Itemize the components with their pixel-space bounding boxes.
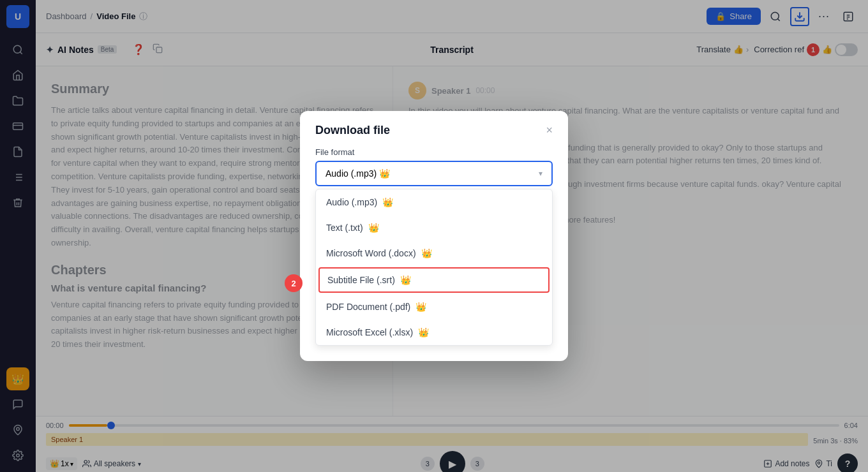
option-text-txt[interactable]: Text (.txt) 👑	[316, 215, 552, 240]
option-text-label: Text (.txt)	[326, 223, 363, 233]
chevron-down-select-icon: ▾	[539, 169, 542, 178]
option-word-docx[interactable]: Microsoft Word (.docx) 👑	[316, 240, 552, 266]
step-2-badge: 2	[285, 274, 303, 292]
option-pdf-label: PDF Document (.pdf)	[326, 302, 410, 312]
modal-close-button[interactable]: ×	[546, 124, 553, 137]
crown-audio-icon: 👑	[382, 197, 393, 207]
option-subtitle-srt[interactable]: Subtitle File (.srt) 👑	[318, 267, 550, 293]
modal-header: Download file ×	[300, 111, 568, 147]
option-word-label: Microsoft Word (.docx)	[326, 248, 416, 258]
download-modal: Download file × File format Audio (.mp3)…	[300, 111, 568, 361]
option-audio-mp3[interactable]: Audio (.mp3) 👑	[316, 189, 552, 215]
option-subtitle-label: Subtitle File (.srt)	[327, 275, 395, 285]
option-excel-xlsx[interactable]: Microsoft Excel (.xlsx) 👑	[316, 320, 552, 345]
crown-excel-icon: 👑	[418, 327, 429, 337]
crown-pdf-icon: 👑	[415, 302, 426, 312]
option-audio-label: Audio (.mp3)	[326, 197, 377, 207]
file-format-select[interactable]: Audio (.mp3) 👑 ▾	[315, 161, 553, 186]
option-excel-label: Microsoft Excel (.xlsx)	[326, 327, 413, 337]
modal-body: File format Audio (.mp3) 👑 ▾ Audio (.mp3…	[300, 147, 568, 361]
option-pdf[interactable]: PDF Document (.pdf) 👑	[316, 294, 552, 320]
crown-subtitle-icon: 👑	[400, 275, 411, 285]
modal-title: Download file	[315, 124, 390, 137]
selected-option-label: Audio (.mp3) 👑	[326, 168, 390, 179]
file-format-label: File format	[315, 147, 553, 157]
crown-word-icon: 👑	[421, 248, 432, 258]
crown-text-icon: 👑	[368, 223, 379, 233]
modal-overlay: 2 Download file × File format Audio (.mp…	[0, 0, 868, 472]
format-dropdown-list: Audio (.mp3) 👑 Text (.txt) 👑 Microsoft W…	[315, 189, 553, 346]
file-format-select-wrapper: Audio (.mp3) 👑 ▾ Audio (.mp3) 👑 Text (.t…	[315, 161, 553, 346]
